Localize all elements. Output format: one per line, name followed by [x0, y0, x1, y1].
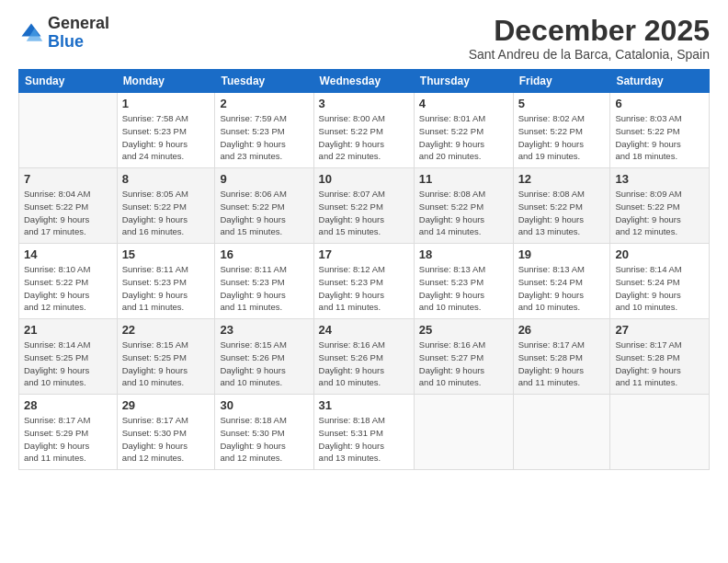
day-info: Sunrise: 8:18 AM Sunset: 5:30 PM Dayligh…	[220, 414, 308, 465]
day-info: Sunrise: 8:15 AM Sunset: 5:26 PM Dayligh…	[220, 339, 308, 389]
day-number: 6	[615, 97, 704, 110]
calendar-week-row: 21Sunrise: 8:14 AM Sunset: 5:25 PM Dayli…	[19, 319, 710, 395]
day-info: Sunrise: 8:14 AM Sunset: 5:24 PM Dayligh…	[615, 263, 704, 314]
calendar-week-row: 1Sunrise: 7:58 AM Sunset: 5:23 PM Daylig…	[19, 93, 710, 168]
logo-icon	[18, 20, 44, 46]
day-info: Sunrise: 8:15 AM Sunset: 5:25 PM Dayligh…	[122, 339, 210, 389]
month-title: December 2025	[469, 15, 710, 47]
table-row: 5Sunrise: 8:02 AM Sunset: 5:22 PM Daylig…	[513, 93, 610, 168]
table-row: 31Sunrise: 8:18 AM Sunset: 5:31 PM Dayli…	[313, 395, 414, 470]
table-row: 4Sunrise: 8:01 AM Sunset: 5:22 PM Daylig…	[414, 93, 513, 168]
table-row: 21Sunrise: 8:14 AM Sunset: 5:25 PM Dayli…	[19, 319, 118, 395]
day-info: Sunrise: 8:11 AM Sunset: 5:23 PM Dayligh…	[122, 263, 210, 314]
day-number: 15	[122, 247, 210, 261]
day-info: Sunrise: 8:08 AM Sunset: 5:22 PM Dayligh…	[419, 188, 508, 238]
day-info: Sunrise: 8:17 AM Sunset: 5:28 PM Dayligh…	[615, 339, 704, 389]
day-info: Sunrise: 8:07 AM Sunset: 5:22 PM Dayligh…	[319, 188, 409, 238]
table-row: 8Sunrise: 8:05 AM Sunset: 5:22 PM Daylig…	[117, 168, 215, 244]
calendar-week-row: 14Sunrise: 8:10 AM Sunset: 5:22 PM Dayli…	[19, 244, 710, 319]
table-row: 27Sunrise: 8:17 AM Sunset: 5:28 PM Dayli…	[610, 319, 710, 395]
table-row: 16Sunrise: 8:11 AM Sunset: 5:23 PM Dayli…	[215, 244, 313, 319]
table-row: 11Sunrise: 8:08 AM Sunset: 5:22 PM Dayli…	[414, 168, 513, 244]
col-thursday: Thursday	[414, 70, 513, 93]
day-info: Sunrise: 8:18 AM Sunset: 5:31 PM Dayligh…	[319, 414, 409, 465]
day-info: Sunrise: 8:17 AM Sunset: 5:29 PM Dayligh…	[24, 414, 112, 465]
day-number: 23	[220, 323, 308, 337]
table-row	[610, 395, 710, 470]
day-number: 13	[615, 172, 704, 186]
day-number: 25	[419, 323, 508, 337]
day-info: Sunrise: 8:01 AM Sunset: 5:22 PM Dayligh…	[419, 112, 508, 163]
day-info: Sunrise: 8:13 AM Sunset: 5:23 PM Dayligh…	[419, 263, 508, 314]
day-number: 9	[220, 172, 308, 186]
day-info: Sunrise: 7:59 AM Sunset: 5:23 PM Dayligh…	[220, 112, 308, 163]
day-number: 2	[220, 97, 308, 110]
col-wednesday: Wednesday	[313, 70, 414, 93]
logo-text: General Blue	[48, 15, 109, 52]
table-row: 1Sunrise: 7:58 AM Sunset: 5:23 PM Daylig…	[117, 93, 215, 168]
day-info: Sunrise: 8:03 AM Sunset: 5:22 PM Dayligh…	[615, 112, 704, 163]
day-number: 20	[615, 247, 704, 261]
table-row	[513, 395, 610, 470]
table-row: 23Sunrise: 8:15 AM Sunset: 5:26 PM Dayli…	[215, 319, 313, 395]
header: General Blue December 2025 Sant Andreu d…	[18, 15, 710, 62]
day-info: Sunrise: 8:14 AM Sunset: 5:25 PM Dayligh…	[24, 339, 112, 389]
day-info: Sunrise: 8:17 AM Sunset: 5:30 PM Dayligh…	[122, 414, 210, 465]
table-row: 14Sunrise: 8:10 AM Sunset: 5:22 PM Dayli…	[19, 244, 118, 319]
table-row: 7Sunrise: 8:04 AM Sunset: 5:22 PM Daylig…	[19, 168, 118, 244]
day-info: Sunrise: 8:06 AM Sunset: 5:22 PM Dayligh…	[220, 188, 308, 238]
day-number: 12	[518, 172, 606, 186]
table-row: 10Sunrise: 8:07 AM Sunset: 5:22 PM Dayli…	[313, 168, 414, 244]
day-number: 21	[24, 323, 112, 337]
day-info: Sunrise: 8:13 AM Sunset: 5:24 PM Dayligh…	[518, 263, 606, 314]
day-number: 1	[122, 97, 210, 110]
table-row: 28Sunrise: 8:17 AM Sunset: 5:29 PM Dayli…	[19, 395, 118, 470]
title-block: December 2025 Sant Andreu de la Barca, C…	[469, 15, 710, 62]
col-tuesday: Tuesday	[215, 70, 313, 93]
day-number: 8	[122, 172, 210, 186]
day-info: Sunrise: 8:16 AM Sunset: 5:26 PM Dayligh…	[319, 339, 409, 389]
day-number: 4	[419, 97, 508, 110]
day-number: 11	[419, 172, 508, 186]
day-number: 19	[518, 247, 606, 261]
logo: General Blue	[18, 15, 109, 52]
table-row: 6Sunrise: 8:03 AM Sunset: 5:22 PM Daylig…	[610, 93, 710, 168]
day-info: Sunrise: 8:00 AM Sunset: 5:22 PM Dayligh…	[319, 112, 409, 163]
table-row	[19, 93, 118, 168]
col-sunday: Sunday	[19, 70, 118, 93]
col-friday: Friday	[513, 70, 610, 93]
day-number: 29	[122, 398, 210, 412]
calendar-week-row: 7Sunrise: 8:04 AM Sunset: 5:22 PM Daylig…	[19, 168, 710, 244]
table-row: 18Sunrise: 8:13 AM Sunset: 5:23 PM Dayli…	[414, 244, 513, 319]
table-row: 25Sunrise: 8:16 AM Sunset: 5:27 PM Dayli…	[414, 319, 513, 395]
day-info: Sunrise: 8:11 AM Sunset: 5:23 PM Dayligh…	[220, 263, 308, 314]
day-info: Sunrise: 8:10 AM Sunset: 5:22 PM Dayligh…	[24, 263, 112, 314]
day-info: Sunrise: 8:16 AM Sunset: 5:27 PM Dayligh…	[419, 339, 508, 389]
calendar-header-row: Sunday Monday Tuesday Wednesday Thursday…	[19, 70, 710, 93]
table-row	[414, 395, 513, 470]
day-info: Sunrise: 8:02 AM Sunset: 5:22 PM Dayligh…	[518, 112, 606, 163]
table-row: 12Sunrise: 8:08 AM Sunset: 5:22 PM Dayli…	[513, 168, 610, 244]
day-info: Sunrise: 8:17 AM Sunset: 5:28 PM Dayligh…	[518, 339, 606, 389]
day-number: 16	[220, 247, 308, 261]
day-number: 5	[518, 97, 606, 110]
day-number: 31	[319, 398, 409, 412]
table-row: 19Sunrise: 8:13 AM Sunset: 5:24 PM Dayli…	[513, 244, 610, 319]
day-number: 22	[122, 323, 210, 337]
table-row: 29Sunrise: 8:17 AM Sunset: 5:30 PM Dayli…	[117, 395, 215, 470]
day-number: 24	[319, 323, 409, 337]
table-row: 2Sunrise: 7:59 AM Sunset: 5:23 PM Daylig…	[215, 93, 313, 168]
table-row: 20Sunrise: 8:14 AM Sunset: 5:24 PM Dayli…	[610, 244, 710, 319]
calendar-week-row: 28Sunrise: 8:17 AM Sunset: 5:29 PM Dayli…	[19, 395, 710, 470]
col-monday: Monday	[117, 70, 215, 93]
day-number: 10	[319, 172, 409, 186]
table-row: 22Sunrise: 8:15 AM Sunset: 5:25 PM Dayli…	[117, 319, 215, 395]
day-number: 30	[220, 398, 308, 412]
table-row: 30Sunrise: 8:18 AM Sunset: 5:30 PM Dayli…	[215, 395, 313, 470]
day-info: Sunrise: 8:12 AM Sunset: 5:23 PM Dayligh…	[319, 263, 409, 314]
table-row: 26Sunrise: 8:17 AM Sunset: 5:28 PM Dayli…	[513, 319, 610, 395]
day-info: Sunrise: 7:58 AM Sunset: 5:23 PM Dayligh…	[122, 112, 210, 163]
col-saturday: Saturday	[610, 70, 710, 93]
table-row: 15Sunrise: 8:11 AM Sunset: 5:23 PM Dayli…	[117, 244, 215, 319]
day-info: Sunrise: 8:04 AM Sunset: 5:22 PM Dayligh…	[24, 188, 112, 238]
